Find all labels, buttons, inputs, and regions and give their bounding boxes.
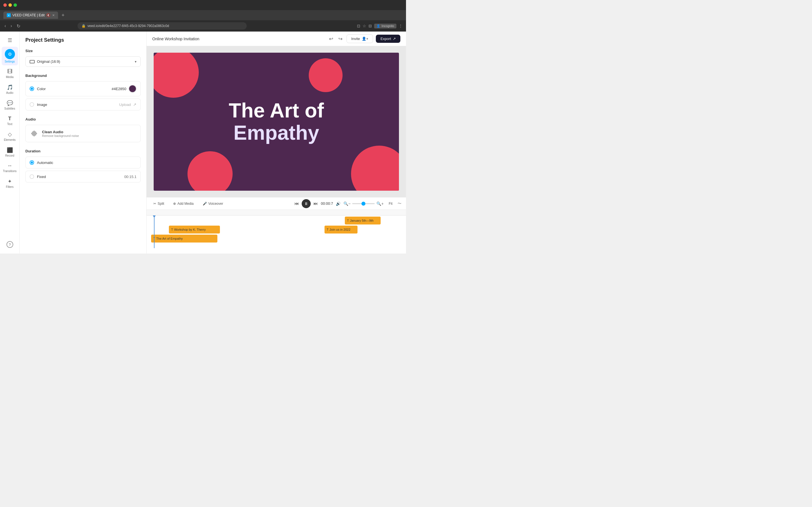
timeline-tracks: T January 5th—9th T Workshop by K. Therr… [151, 216, 406, 248]
redo-button[interactable]: ↪ [337, 35, 344, 43]
bookmark-icon[interactable]: ☆ [363, 24, 366, 28]
fit-button[interactable]: Fit [387, 201, 395, 207]
more-options-icon[interactable]: ⋮ [399, 24, 403, 28]
sidebar-item-settings-label: Settings [4, 60, 15, 63]
clip-label: Workshop by K. Therry [174, 228, 206, 231]
export-button[interactable]: Export ↗ [376, 35, 400, 43]
maximize-button[interactable] [13, 3, 17, 7]
sidebar-item-menu[interactable]: ☰ [2, 35, 18, 46]
undo-button[interactable]: ↩ [328, 35, 335, 43]
fixed-option[interactable]: Fixed 00:15.1 [26, 171, 141, 182]
add-media-button[interactable]: ⊕ Add Media [171, 201, 196, 207]
track-clip[interactable]: T The Art of Empathy [151, 235, 217, 242]
sidebar-item-filters-label: Filters [6, 185, 13, 188]
address-bar: ‹ › ↻ 🔒 veed.io/edit/0e4e2277-6f45-45c3-… [0, 20, 406, 32]
fixed-label: Fixed [37, 175, 46, 179]
current-time: 00:00:7 [321, 202, 333, 206]
track-clip[interactable]: T Join us in 2022 [324, 226, 358, 233]
image-radio[interactable] [30, 102, 34, 107]
automatic-option[interactable]: Automatic [26, 157, 141, 168]
project-title: Online Workshop Invitation [152, 37, 324, 41]
sidebar-item-help[interactable]: ? [2, 239, 18, 250]
top-bar: Online Workshop Invitation ↩ ↪ Invite 👤+… [147, 32, 406, 46]
tab-bar: V VEED CREATE | Edit 🔇 ✕ + [0, 10, 406, 20]
clip-icon: T [327, 228, 328, 231]
upload-icon: ↗ [133, 102, 137, 107]
left-panel: Project Settings Size Original (16:9) ▾ … [20, 32, 147, 253]
image-option[interactable]: Image Upload ↗ [26, 99, 141, 110]
reload-button[interactable]: ↻ [15, 22, 21, 30]
incognito-icon: 👤 [376, 24, 380, 28]
image-label: Image [37, 103, 47, 107]
sidebar-item-filters[interactable]: ✦ Filters [2, 176, 18, 191]
automatic-label: Automatic [37, 161, 53, 165]
sidebar-item-elements[interactable]: ◇ Elements [2, 129, 18, 144]
export-icon: ↗ [393, 37, 396, 41]
sidebar-item-audio[interactable]: 🎵 Audio [2, 82, 18, 97]
preview-text-line2: Empathy [154, 122, 399, 144]
duration-label: Duration [26, 149, 141, 153]
background-section: Background Color #4E2850 Image Upload ↗ [26, 73, 141, 110]
automatic-radio[interactable] [30, 160, 34, 165]
size-dropdown[interactable]: Original (16:9) ▾ [26, 56, 141, 67]
preview-circle-bottom-right [351, 146, 399, 191]
track-clip[interactable]: T January 5th—9th [345, 217, 380, 224]
volume-icon[interactable]: 🔊 [336, 202, 341, 206]
sidebar-icons: ☰ ⚙ Settings 🎞 Media 🎵 Audio 💬 Subtitles… [0, 32, 20, 253]
audio-icon: 🎵 [7, 84, 13, 91]
size-label: Size [26, 49, 141, 53]
clean-audio-subtitle: Remove background noise [42, 134, 79, 137]
active-tab[interactable]: V VEED CREATE | Edit 🔇 ✕ [3, 11, 58, 19]
voiceover-button[interactable]: 🎤 Voiceover [200, 201, 225, 207]
color-radio[interactable] [30, 87, 34, 91]
preview-circle-top-right [309, 58, 343, 92]
zoom-thumb [361, 202, 365, 206]
preview-circle-top-left [154, 53, 199, 98]
text-icon: T [8, 116, 11, 122]
minimize-button[interactable] [8, 3, 12, 7]
size-section: Size Original (16:9) ▾ [26, 49, 141, 67]
zoom-in-icon[interactable]: 🔍+ [376, 202, 384, 206]
clean-audio-card[interactable]: Clean Audio Remove background noise [26, 125, 141, 142]
sidebar-item-record-label: Record [5, 154, 14, 157]
color-option[interactable]: Color #4E2850 [26, 81, 141, 96]
fixed-radio[interactable] [30, 174, 34, 179]
tab-close-button[interactable]: ✕ [52, 13, 55, 17]
video-preview: The Art of Empathy [154, 53, 399, 191]
sidebar-item-subtitles[interactable]: 💬 Subtitles [2, 98, 18, 112]
export-label: Export [380, 37, 391, 41]
invite-button[interactable]: Invite 👤+ [347, 34, 373, 43]
color-swatch[interactable] [129, 85, 137, 93]
sidebar-item-media[interactable]: 🎞 Media [2, 66, 18, 81]
pause-button[interactable]: ⏸ [302, 199, 311, 208]
track-clip[interactable]: T Workshop by K. Therry [169, 226, 220, 233]
new-tab-button[interactable]: + [61, 12, 64, 18]
size-dropdown-value: Original (16:9) [37, 59, 60, 64]
skip-back-button[interactable]: ⏮ [294, 201, 299, 206]
background-label: Background [26, 73, 141, 78]
incognito-label: Incognito [382, 24, 394, 27]
cast-icon: ⊡ [357, 24, 360, 28]
upload-button[interactable]: Upload [119, 103, 131, 107]
split-button[interactable]: ✂ Split [151, 201, 166, 207]
sidebar-toggle-icon[interactable]: ⊟ [368, 24, 372, 28]
aspect-ratio-icon [30, 60, 35, 63]
main-content: Online Workshop Invitation ↩ ↪ Invite 👤+… [147, 32, 406, 253]
skip-forward-button[interactable]: ⏭ [313, 201, 318, 206]
transitions-icon: ↔ [7, 163, 12, 169]
tab-favicon: V [7, 13, 11, 17]
menu-icon: ☰ [8, 37, 12, 43]
sidebar-item-text[interactable]: T Text [2, 114, 18, 128]
close-button[interactable] [3, 3, 7, 7]
zoom-out-icon[interactable]: 🔍− [343, 202, 350, 206]
sidebar-item-settings[interactable]: ⚙ Settings [2, 47, 18, 65]
address-field[interactable]: 🔒 veed.io/edit/0e4e2277-6f45-45c3-9294-7… [78, 22, 247, 30]
zoom-slider[interactable] [352, 203, 375, 204]
sidebar-item-transitions[interactable]: ↔ Transitions [2, 161, 18, 175]
forward-button[interactable]: › [9, 22, 13, 30]
sidebar-item-media-label: Media [6, 75, 13, 78]
back-button[interactable]: ‹ [3, 22, 7, 30]
sidebar-item-record[interactable]: ⬛ Record [2, 145, 18, 159]
sidebar-item-audio-label: Audio [6, 91, 13, 94]
waveform-icon[interactable]: 〜 [398, 201, 402, 206]
